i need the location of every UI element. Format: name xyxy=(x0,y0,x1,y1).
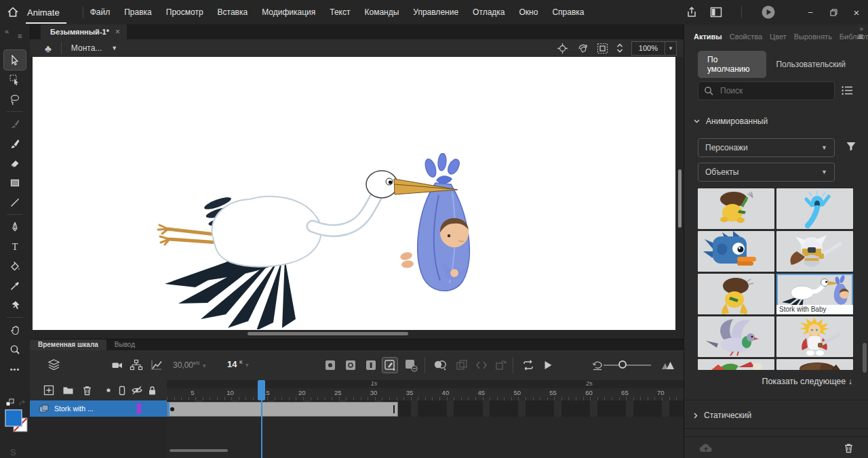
insert-keyframe-icon[interactable] xyxy=(323,358,338,373)
timeline-tab[interactable]: Временная шкала xyxy=(30,339,106,350)
minimize-button[interactable]: – xyxy=(799,0,822,24)
span-based-selection-icon[interactable] xyxy=(474,358,489,373)
show-next-link[interactable]: Показать следующее ↓ xyxy=(762,377,852,386)
center-stage-icon[interactable] xyxy=(557,43,568,54)
zoom-stepper-icon[interactable] xyxy=(616,43,623,54)
more-tools-icon[interactable]: ••• xyxy=(4,359,26,379)
asset-thumb-caveman[interactable] xyxy=(698,188,774,229)
reset-timeline-zoom-icon[interactable] xyxy=(590,358,605,373)
restore-button[interactable] xyxy=(822,0,845,24)
edit-multiple-frames-icon[interactable] xyxy=(454,358,469,373)
asset-thumb-partial-right[interactable] xyxy=(776,359,853,370)
share-icon[interactable] xyxy=(686,6,698,18)
current-frame-value[interactable]: 14 К▾ xyxy=(227,359,249,369)
frames-area[interactable] xyxy=(167,400,684,458)
filter-icon[interactable] xyxy=(846,141,856,152)
menu-item[interactable]: Правка xyxy=(124,7,152,17)
zoom-dropdown-chevron-icon[interactable]: ▼ xyxy=(665,42,676,55)
frame-span[interactable] xyxy=(167,402,398,417)
remove-frame-icon[interactable] xyxy=(403,358,418,373)
camera-icon[interactable] xyxy=(110,358,125,373)
menu-item[interactable]: Файл xyxy=(90,7,111,17)
menu-item[interactable]: Управление xyxy=(413,7,458,17)
layer-row[interactable]: Stork with ... xyxy=(30,400,167,417)
fit-frames-in-view-icon[interactable] xyxy=(660,358,675,373)
add-layer-icon[interactable] xyxy=(42,384,56,396)
asset-source-option[interactable]: По умолчанию xyxy=(698,51,766,78)
close-document-icon[interactable]: × xyxy=(115,27,120,37)
asset-thumb-caveman-crouching[interactable] xyxy=(698,274,774,314)
rectangle-tool[interactable] xyxy=(4,173,26,192)
classic-brush-tool[interactable] xyxy=(4,133,26,153)
tools-menu-icon[interactable]: ≡ xyxy=(18,32,22,40)
fill-color-swatch[interactable] xyxy=(5,409,22,427)
auto-keyframe-toggle[interactable] xyxy=(382,358,397,373)
line-tool[interactable] xyxy=(4,192,26,212)
list-view-icon[interactable] xyxy=(842,85,853,96)
highlight-layer-dot-icon[interactable] xyxy=(102,384,115,396)
timeline-horizontal-scrollbar[interactable] xyxy=(170,449,228,452)
workspace-icon[interactable] xyxy=(710,7,722,18)
menu-item[interactable]: Окно xyxy=(519,7,538,17)
rotate-view-icon[interactable] xyxy=(576,43,589,54)
section-static[interactable]: Статический xyxy=(694,411,751,420)
collapse-tools-icon[interactable]: « xyxy=(5,27,9,35)
timeline-zoom-slider-knob[interactable] xyxy=(618,360,627,369)
default-colors-icon[interactable] xyxy=(5,398,15,408)
pen-tool[interactable] xyxy=(4,217,26,236)
home-icon[interactable] xyxy=(0,6,26,18)
insert-frame-icon[interactable] xyxy=(363,358,378,373)
delete-asset-icon[interactable] xyxy=(844,442,854,453)
selection-tool[interactable] xyxy=(4,50,26,70)
stage-horizontal-scrollbar[interactable] xyxy=(248,332,408,335)
stage-canvas[interactable] xyxy=(33,57,675,330)
hide-column-icon[interactable] xyxy=(130,384,144,396)
eyedropper-tool[interactable] xyxy=(4,276,26,295)
eraser-tool[interactable] xyxy=(4,153,26,173)
layer-frames-row[interactable] xyxy=(167,400,684,417)
category-dropdown-objects[interactable]: Объекты ▼ xyxy=(698,163,835,182)
asset-thumb-pigeon[interactable] xyxy=(698,316,774,357)
cloud-upload-icon[interactable] xyxy=(699,443,713,453)
add-folder-icon[interactable] xyxy=(61,384,75,396)
frame-ruler[interactable]: 1s 2s 5 10 15 20 25 30 35 40 45 50 55 60 xyxy=(167,380,684,401)
search-input[interactable] xyxy=(719,85,823,96)
timeline-tab[interactable]: Вывод xyxy=(106,339,143,350)
layers-icon[interactable] xyxy=(46,358,61,373)
outline-column-icon[interactable] xyxy=(115,384,129,396)
menu-item[interactable]: Справка xyxy=(552,7,584,17)
stage-vertical-scrollbar[interactable] xyxy=(678,169,682,228)
asset-thumb-knight[interactable] xyxy=(776,231,853,272)
subselection-tool[interactable] xyxy=(4,70,26,89)
asset-thumb-blond-warrior[interactable] xyxy=(776,316,853,357)
insert-blank-keyframe-icon[interactable] xyxy=(343,358,358,373)
asset-thumb-blue-bird[interactable] xyxy=(698,231,774,272)
menu-item[interactable]: Отладка xyxy=(473,7,505,17)
search-box[interactable] xyxy=(698,81,835,100)
menu-item[interactable]: Команды xyxy=(365,7,399,17)
panel-tab[interactable]: Выровнять xyxy=(794,33,832,41)
panel-tab[interactable]: Цвет xyxy=(770,33,787,41)
bone-tool-icon[interactable]: S xyxy=(10,447,16,457)
panel-tab[interactable]: Свойства xyxy=(730,33,762,41)
layer-name[interactable]: Stork with ... xyxy=(54,404,94,413)
timeline-zoom-slider-track[interactable] xyxy=(604,365,651,366)
lock-column-icon[interactable] xyxy=(145,384,159,396)
menu-item[interactable]: Модификация xyxy=(262,7,315,17)
paint-bucket-tool[interactable] xyxy=(4,256,26,276)
paste-frames-icon[interactable] xyxy=(494,358,509,373)
scene-dropdown-chevron-icon[interactable]: ▼ xyxy=(111,45,117,51)
app-title[interactable]: Animate xyxy=(26,1,66,24)
asset-warp-tool[interactable] xyxy=(4,295,26,315)
hand-tool[interactable] xyxy=(4,320,26,339)
zoom-level-select[interactable]: 100% ▼ xyxy=(631,41,677,56)
menu-item[interactable]: Просмотр xyxy=(166,7,203,17)
asset-thumb-partial-left[interactable] xyxy=(698,359,774,370)
panel-tab[interactable]: Библиотека xyxy=(840,33,868,41)
delete-layer-icon[interactable] xyxy=(80,384,94,396)
playhead[interactable] xyxy=(258,380,265,400)
panel-menu-icon[interactable]: ≡ xyxy=(858,31,863,42)
clips-icon[interactable]: ♣ xyxy=(45,43,52,54)
panel-scrollbar[interactable] xyxy=(863,343,867,373)
swap-colors-icon[interactable] xyxy=(18,400,26,408)
